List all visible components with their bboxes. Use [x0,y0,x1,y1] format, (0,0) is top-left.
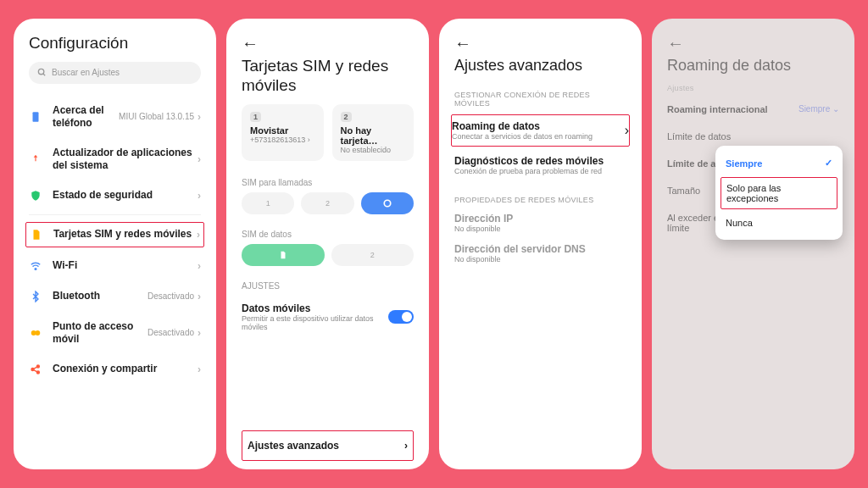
back-button[interactable]: ← [454,34,626,53]
svg-point-3 [35,268,36,269]
screen-sim: ← Tarjetas SIM y redes móviles 1 Movista… [226,19,429,469]
chevron-right-icon: › [198,111,201,123]
sim-index: 1 [250,112,261,122]
check-icon [383,199,392,208]
svg-point-0 [38,69,43,75]
sim-index: 2 [341,112,352,122]
section-label: AJUSTES [242,281,414,291]
sim-slot-1[interactable]: 1 Movistar +573182613613 › [242,104,324,161]
chevron-right-icon: › [198,327,201,339]
category-label: PROPIEDADES DE REDES MÓVILES [454,196,626,204]
data-sim-1[interactable] [242,244,325,266]
svg-rect-2 [33,112,39,122]
section-label: Ajustes [667,84,839,92]
back-button[interactable]: ← [667,34,839,53]
row-about[interactable]: Acerca del teléfono MIUI Global 13.0.15 … [29,96,201,138]
dropdown-icon: ⌄ [832,104,839,114]
search-input[interactable]: Buscar en Ajustes [29,62,201,84]
screen-roaming: ← Roaming de datos Ajustes Roaming inter… [652,19,854,469]
page-title: Ajustes avanzados [454,57,626,75]
call-sim-ask[interactable] [361,192,414,214]
section-label: SIM de datos [242,230,414,239]
sim-slot-2[interactable]: 2 No hay tarjeta… No establecido [332,104,415,161]
svg-line-1 [43,74,45,75]
row-international-roaming[interactable]: Roaming internacional Siempre ⌄ [667,96,839,123]
dropdown-roaming-mode: Siempre ✓ Solo para las excepciones Nunc… [715,146,843,240]
search-icon [37,68,47,77]
bluetooth-icon [29,290,42,303]
chevron-right-icon: › [197,229,200,241]
row-mobile-data[interactable]: Datos móviles Permitir a este dispositiv… [242,296,414,338]
category-label: GESTIONAR CONEXIÓN DE REDES MÓVILES [454,91,626,108]
row-security[interactable]: Estado de seguridad › [29,180,201,211]
screen-settings: Configuración Buscar en Ajustes Acerca d… [14,19,216,469]
share-icon [29,363,42,376]
chevron-right-icon: › [198,190,201,202]
page-title: Roaming de datos [667,57,839,75]
phone-icon [29,110,42,124]
option-exceptions[interactable]: Solo para las excepciones [721,177,837,209]
call-sim-2[interactable]: 2 [301,192,353,214]
row-sim-networks[interactable]: Tarjetas SIM y redes móviles › [25,222,204,247]
row-ip: Dirección IP No disponible [454,208,626,238]
toggle-mobile-data[interactable] [388,310,414,324]
page-title: Configuración [29,34,201,53]
row-bluetooth[interactable]: Bluetooth Desactivado › [29,281,201,312]
divider [29,214,201,215]
row-wifi[interactable]: Wi-Fi › [29,251,201,281]
chevron-right-icon: › [198,291,201,302]
call-sim-1[interactable]: 1 [242,192,294,214]
back-button[interactable]: ← [242,34,414,53]
chevron-right-icon: › [198,363,201,375]
row-advanced-settings[interactable]: Ajustes avanzados › [242,430,414,461]
chevron-right-icon: › [404,440,408,452]
search-placeholder: Buscar en Ajustes [52,68,120,77]
wifi-icon [29,259,42,273]
chevron-right-icon: › [625,123,629,138]
svg-point-9 [384,200,391,207]
hotspot-icon [29,326,42,340]
update-icon [29,152,42,166]
row-hotspot[interactable]: Punto de acceso móvil Desactivado › [29,312,201,354]
section-label: SIM para llamadas [242,178,414,187]
sim-icon [279,251,287,259]
option-always[interactable]: Siempre ✓ [715,151,843,175]
option-never[interactable]: Nunca [715,211,843,235]
chevron-right-icon: › [198,153,201,165]
check-icon: ✓ [825,158,832,169]
row-updater[interactable]: Actualizador de aplicaciones del sistema… [29,138,201,180]
page-title: Tarjetas SIM y redes móviles [242,57,414,96]
shield-icon [29,189,42,202]
data-sim-2[interactable]: 2 [331,244,415,266]
sim-icon [30,228,43,241]
row-dns: Dirección del servidor DNS No disponible [454,238,626,269]
chevron-right-icon: › [198,260,201,272]
row-share[interactable]: Conexión y compartir › [29,354,201,385]
screen-advanced: ← Ajustes avanzados GESTIONAR CONEXIÓN D… [439,19,642,469]
row-roaming[interactable]: Roaming de datos Conectar a servicios de… [451,114,630,147]
svg-point-5 [35,330,40,336]
row-diagnostics[interactable]: Diagnósticos de redes móviles Conexión d… [454,150,626,180]
